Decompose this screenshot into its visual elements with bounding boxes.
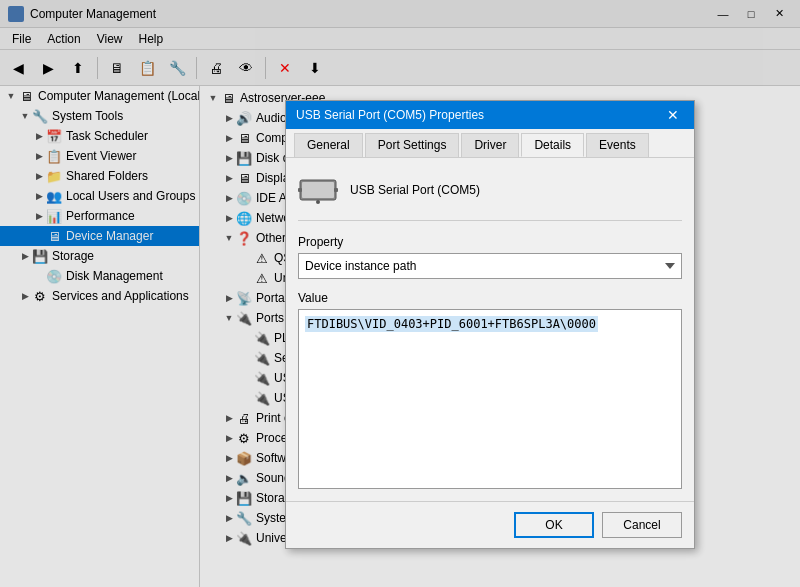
tab-details[interactable]: Details <box>521 133 584 157</box>
dialog-titlebar: USB Serial Port (COM5) Properties ✕ <box>286 101 694 129</box>
value-text: FTDIBUS\VID_0403+PID_6001+FTB6SPL3A\0000 <box>305 316 598 332</box>
device-header: USB Serial Port (COM5) <box>298 170 682 221</box>
device-title: USB Serial Port (COM5) <box>350 183 480 197</box>
value-box: FTDIBUS\VID_0403+PID_6001+FTB6SPL3A\0000 <box>298 309 682 489</box>
svg-rect-3 <box>334 188 338 192</box>
device-image <box>298 170 338 210</box>
value-label: Value <box>298 291 682 305</box>
svg-rect-2 <box>298 188 302 192</box>
modal-overlay: USB Serial Port (COM5) Properties ✕ Gene… <box>0 0 800 587</box>
dialog-tabs: General Port Settings Driver Details Eve… <box>286 129 694 158</box>
property-dropdown[interactable]: Device instance path <box>298 253 682 279</box>
dialog-buttons: OK Cancel <box>286 501 694 548</box>
tab-port-settings[interactable]: Port Settings <box>365 133 460 157</box>
ok-button[interactable]: OK <box>514 512 594 538</box>
dialog-body: USB Serial Port (COM5) Property Device i… <box>286 158 694 501</box>
tab-general[interactable]: General <box>294 133 363 157</box>
dialog-title: USB Serial Port (COM5) Properties <box>296 108 662 122</box>
properties-dialog: USB Serial Port (COM5) Properties ✕ Gene… <box>285 100 695 549</box>
dialog-close-button[interactable]: ✕ <box>662 105 684 125</box>
tab-driver[interactable]: Driver <box>461 133 519 157</box>
svg-rect-1 <box>302 182 334 198</box>
tab-events[interactable]: Events <box>586 133 649 157</box>
cancel-button[interactable]: Cancel <box>602 512 682 538</box>
svg-point-4 <box>316 200 320 204</box>
property-label: Property <box>298 235 682 249</box>
